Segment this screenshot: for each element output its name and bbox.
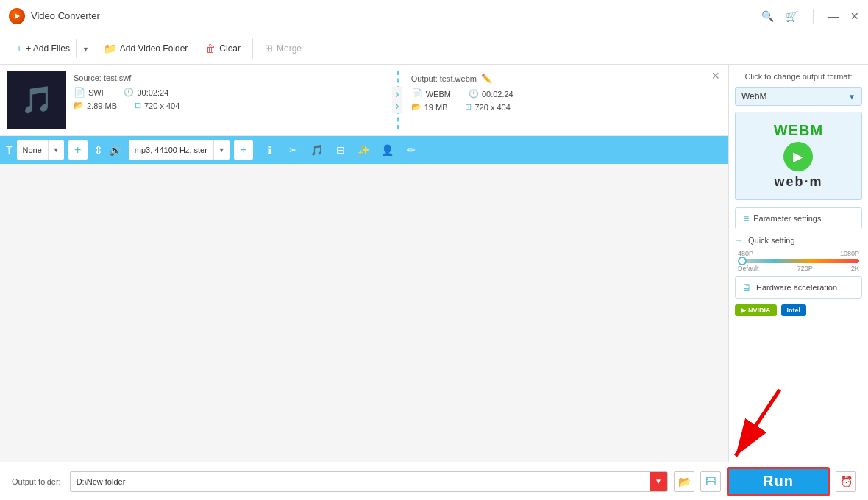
- quality-2k: 2K: [851, 265, 859, 272]
- webm-preview-content: WEBM ▶ web·m: [774, 122, 823, 190]
- output-resolution-item: ⊡ 720 x 404: [465, 102, 510, 112]
- clear-button[interactable]: 🗑 Clear: [196, 38, 249, 59]
- filmstrip-button[interactable]: 🎞: [700, 471, 721, 492]
- output-clock-icon: 🕐: [469, 89, 479, 99]
- format-selector[interactable]: WebM ▼: [735, 87, 862, 106]
- clear-label: Clear: [219, 43, 241, 54]
- right-panel: Click to change output format: WebM ▼ WE…: [728, 65, 868, 462]
- search-icon[interactable]: 🔍: [761, 11, 774, 21]
- output-folder-label: Output folder:: [12, 477, 61, 486]
- quick-setting-text: Quick setting: [748, 236, 795, 245]
- format-change-label: Click to change output format:: [735, 72, 862, 81]
- file-item-content: 🎵 Source: test.swf 📄 SWF 🕐 00:02:24: [0, 65, 728, 135]
- info-tool-button[interactable]: ℹ: [259, 140, 281, 160]
- subtitle-none-label: None: [17, 140, 49, 160]
- edit-icon[interactable]: ✏️: [481, 74, 492, 84]
- source-size: 2.89 MB: [87, 101, 117, 110]
- output-label-text: Output: test.webm: [411, 74, 477, 83]
- cut-tool-button[interactable]: ✂: [282, 140, 305, 160]
- add-files-button[interactable]: + + Add Files: [7, 38, 76, 59]
- subtitle-t-icon: T: [6, 144, 13, 156]
- subtitle-tool-button[interactable]: ✏: [400, 140, 422, 160]
- format-preview[interactable]: WEBM ▶ web·m: [735, 112, 862, 200]
- intel-badge[interactable]: Intel: [781, 304, 807, 316]
- run-button[interactable]: Run: [727, 467, 830, 496]
- quality-slider-track[interactable]: [738, 259, 859, 263]
- output-meta: 📄 WEBM 🕐 00:02:24: [411, 88, 721, 99]
- chevron-down-icon: ▼: [82, 46, 89, 53]
- output-duration: 00:02:24: [482, 90, 513, 99]
- audio-wave-button[interactable]: 🎵: [306, 140, 328, 160]
- browse-folder-button[interactable]: 📂: [674, 471, 694, 492]
- output-meta2: 📂 19 MB ⊡ 720 x 404: [411, 102, 721, 112]
- subtitle-select[interactable]: None ▼: [17, 140, 64, 160]
- parameter-settings-button[interactable]: ≡ Parameter settings: [735, 207, 862, 229]
- toolbar-separator: [252, 38, 253, 59]
- plus-icon: +: [16, 43, 22, 54]
- app-title: Video Converter: [31, 10, 100, 21]
- output-format-icon: 📄: [411, 88, 423, 99]
- music-note-icon: 🎵: [21, 85, 54, 115]
- folder-icon: 📁: [104, 43, 116, 54]
- intel-label: Intel: [787, 307, 801, 314]
- subtitle-add-button[interactable]: +: [68, 140, 88, 160]
- filmstrip-icon: 🎞: [705, 476, 716, 488]
- close-button[interactable]: ✕: [850, 11, 859, 21]
- bottom-bar: Output folder: ▼ 📂 🎞 Run ⏰: [0, 462, 868, 500]
- file-thumbnail: 🎵: [7, 71, 66, 129]
- format-dropdown-arrow: ▼: [848, 93, 855, 101]
- output-folder-dropdown-button[interactable]: ▼: [650, 472, 667, 491]
- cart-icon[interactable]: 🛒: [786, 11, 798, 21]
- minimize-button[interactable]: —: [828, 11, 839, 21]
- output-folder-input-wrapper: ▼: [70, 471, 668, 492]
- add-files-dropdown[interactable]: ▼: [76, 39, 95, 58]
- output-resolution: 720 x 404: [474, 103, 510, 112]
- hardware-acceleration-button[interactable]: 🖥 Hardware acceleration: [735, 276, 862, 299]
- file-close-button[interactable]: ✕: [709, 69, 722, 82]
- alarm-button[interactable]: ⏰: [836, 471, 856, 492]
- hw-accel-label: Hardware acceleration: [756, 283, 837, 292]
- source-details: Source: test.swf 📄 SWF 🕐 00:02:24: [74, 71, 383, 129]
- format-icon: 📄: [74, 87, 85, 98]
- quality-720p: 720P: [797, 265, 813, 272]
- double-arrow: › ›: [392, 87, 402, 113]
- subtitle-dropdown-arrow[interactable]: ▼: [49, 140, 64, 160]
- settings-icon: ≡: [743, 213, 749, 224]
- chip-icon: 🖥: [741, 282, 752, 293]
- source-format-item: 📄 SWF: [74, 87, 106, 98]
- audio-value: mp3, 44100 Hz, ster: [135, 146, 207, 154]
- titlebar-separator: [813, 9, 814, 24]
- window-controls: 🔍 🛒 — ✕: [761, 9, 859, 24]
- audio-dropdown-arrow[interactable]: ▼: [214, 140, 230, 160]
- add-files-label: + Add Files: [26, 43, 70, 54]
- output-folder-input[interactable]: [71, 472, 650, 491]
- add-video-folder-button[interactable]: 📁 Add Video Folder: [95, 38, 197, 59]
- folder-browse-icon: 📂: [678, 476, 691, 488]
- add-files-wrapper[interactable]: + + Add Files ▼: [7, 38, 95, 59]
- toolbar-tools: ℹ ✂ 🎵 ⊟ ✨ 👤 ✏: [259, 140, 422, 160]
- effects-tool-button[interactable]: ✨: [353, 140, 375, 160]
- audio-add-button[interactable]: +: [234, 140, 253, 160]
- merge-button[interactable]: ⊞ Merge: [256, 38, 310, 58]
- add-video-folder-label: Add Video Folder: [120, 43, 188, 54]
- file-size-icon: 📂: [74, 101, 84, 110]
- resolution-icon: ⊡: [135, 101, 141, 110]
- nvidia-icon: ▶: [741, 307, 746, 314]
- output-format: WEBM: [426, 90, 451, 99]
- webm-bottom-text: web·m: [774, 174, 822, 190]
- trash-icon: 🗑: [205, 43, 216, 54]
- nvidia-badge[interactable]: ▶ NVIDIA: [735, 304, 777, 316]
- svg-marker-0: [15, 13, 20, 19]
- audio-speaker-icon: 🔊: [109, 144, 121, 156]
- quality-slider-thumb[interactable]: [738, 257, 747, 265]
- crop-tool-button[interactable]: ⊟: [330, 140, 352, 160]
- arrow-divider: › ›: [383, 71, 410, 129]
- output-size: 19 MB: [424, 103, 448, 112]
- merge-label: Merge: [277, 43, 302, 54]
- subtitle-value: None: [23, 146, 42, 154]
- audio-select[interactable]: mp3, 44100 Hz, ster ▼: [129, 140, 230, 160]
- alarm-icon: ⏰: [840, 476, 853, 488]
- watermark-tool-button[interactable]: 👤: [377, 140, 399, 160]
- webm-play-icon: ▶: [783, 142, 813, 171]
- output-details: Output: test.webm ✏️ 📄 WEBM 🕐 00:02:24: [411, 71, 721, 129]
